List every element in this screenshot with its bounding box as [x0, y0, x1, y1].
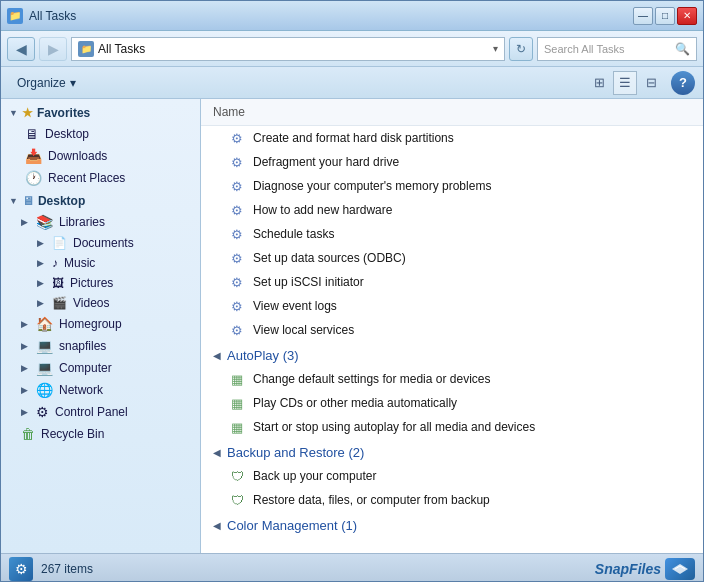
- task-item-odbc[interactable]: ⚙ Set up data sources (ODBC): [201, 246, 703, 270]
- favorites-star-icon: ★: [22, 106, 33, 120]
- iscsi-icon: ⚙: [229, 274, 245, 290]
- search-placeholder: Search All Tasks: [544, 43, 671, 55]
- task-section-backup: ◀ Backup and Restore (2) 🛡 Back up your …: [201, 439, 703, 512]
- sidebar-item-videos[interactable]: ▶ 🎬 Videos: [1, 293, 200, 313]
- task-label-local-services: View local services: [253, 323, 354, 337]
- task-item-schedule[interactable]: ⚙ Schedule tasks: [201, 222, 703, 246]
- sidebar-section-desktop: ▼ 🖥 Desktop ▶ 📚 Libraries ▶ 📄 Documents …: [1, 191, 200, 445]
- window-icon: 📁: [7, 8, 23, 24]
- network-label: Network: [59, 383, 103, 397]
- sidebar-item-control-panel[interactable]: ▶ ⚙ Control Panel: [1, 401, 200, 423]
- status-icon-glyph: ⚙: [15, 561, 28, 577]
- sidebar-item-documents[interactable]: ▶ 📄 Documents: [1, 233, 200, 253]
- address-text: All Tasks: [98, 42, 489, 56]
- task-label-defragment: Defragment your hard drive: [253, 155, 399, 169]
- task-item-play-cds[interactable]: ▦ Play CDs or other media automatically: [201, 391, 703, 415]
- control-panel-expand-icon: ▶: [21, 407, 28, 417]
- color-management-chevron-icon: ◀: [213, 520, 221, 531]
- task-label-schedule: Schedule tasks: [253, 227, 334, 241]
- recycle-bin-icon: 🗑: [21, 426, 35, 442]
- snapfiles-icon: 💻: [36, 338, 53, 354]
- task-item-defragment[interactable]: ⚙ Defragment your hard drive: [201, 150, 703, 174]
- address-folder-icon: 📁: [78, 41, 94, 57]
- sidebar-item-downloads[interactable]: 📥 Downloads: [1, 145, 200, 167]
- odbc-icon: ⚙: [229, 250, 245, 266]
- sidebar-item-desktop[interactable]: 🖥 Desktop: [1, 123, 200, 145]
- music-expand-icon: ▶: [37, 258, 44, 268]
- network-expand-icon: ▶: [21, 385, 28, 395]
- title-bar-title: All Tasks: [29, 9, 76, 23]
- documents-icon: 📄: [52, 236, 67, 250]
- task-item-restore-data[interactable]: 🛡 Restore data, files, or computer from …: [201, 488, 703, 512]
- maximize-button[interactable]: □: [655, 7, 675, 25]
- libraries-label: Libraries: [59, 215, 105, 229]
- task-item-default-settings[interactable]: ▦ Change default settings for media or d…: [201, 367, 703, 391]
- default-settings-icon: ▦: [229, 371, 245, 387]
- backup-section-header[interactable]: ◀ Backup and Restore (2): [201, 439, 703, 464]
- task-label-play-cds: Play CDs or other media automatically: [253, 396, 457, 410]
- view-toggle-button[interactable]: ⊟: [639, 71, 663, 95]
- status-bar: ⚙ 267 items SnapFiles: [1, 553, 703, 582]
- documents-expand-icon: ▶: [37, 238, 44, 248]
- task-item-create-format[interactable]: ⚙ Create and format hard disk partitions: [201, 126, 703, 150]
- view-details-button[interactable]: ☰: [613, 71, 637, 95]
- sidebar-item-snapfiles[interactable]: ▶ 💻 snapfiles: [1, 335, 200, 357]
- backup-chevron-icon: ◀: [213, 447, 221, 458]
- close-button[interactable]: ✕: [677, 7, 697, 25]
- event-logs-icon: ⚙: [229, 298, 245, 314]
- back-button[interactable]: ◀: [7, 37, 35, 61]
- sidebar-item-recent-places[interactable]: 🕐 Recent Places: [1, 167, 200, 189]
- task-label-iscsi: Set up iSCSI initiator: [253, 275, 364, 289]
- stop-autoplay-icon: ▦: [229, 419, 245, 435]
- view-list-button[interactable]: ⊞: [587, 71, 611, 95]
- task-section-autoplay: ◀ AutoPlay (3) ▦ Change default settings…: [201, 342, 703, 439]
- refresh-button[interactable]: ↻: [509, 37, 533, 61]
- sidebar-desktop-header[interactable]: ▼ 🖥 Desktop: [1, 191, 200, 211]
- address-combo[interactable]: 📁 All Tasks ▾: [71, 37, 505, 61]
- sidebar-favorites-header[interactable]: ▼ ★ Favorites: [1, 103, 200, 123]
- toolbar: Organize ▾ ⊞ ☰ ⊟ ?: [1, 67, 703, 99]
- sidebar-item-music[interactable]: ▶ ♪ Music: [1, 253, 200, 273]
- help-button[interactable]: ?: [671, 71, 695, 95]
- address-dropdown-icon[interactable]: ▾: [493, 43, 498, 54]
- organize-button[interactable]: Organize ▾: [9, 73, 84, 93]
- favorites-label: Favorites: [37, 106, 90, 120]
- task-item-diagnose-memory[interactable]: ⚙ Diagnose your computer's memory proble…: [201, 174, 703, 198]
- color-management-section-header[interactable]: ◀ Color Management (1): [201, 512, 703, 537]
- local-services-icon: ⚙: [229, 322, 245, 338]
- forward-button[interactable]: ▶: [39, 37, 67, 61]
- task-item-iscsi[interactable]: ⚙ Set up iSCSI initiator: [201, 270, 703, 294]
- desktop-section-icon: 🖥: [22, 194, 34, 208]
- autoplay-section-label: AutoPlay (3): [227, 348, 299, 363]
- sidebar-item-homegroup[interactable]: ▶ 🏠 Homegroup: [1, 313, 200, 335]
- task-section-admin: ⚙ Create and format hard disk partitions…: [201, 126, 703, 342]
- search-box[interactable]: Search All Tasks 🔍: [537, 37, 697, 61]
- task-item-event-logs[interactable]: ⚙ View event logs: [201, 294, 703, 318]
- content-area: Name ⚙ Create and format hard disk parti…: [201, 99, 703, 553]
- autoplay-chevron-icon: ◀: [213, 350, 221, 361]
- autoplay-section-header[interactable]: ◀ AutoPlay (3): [201, 342, 703, 367]
- schedule-icon: ⚙: [229, 226, 245, 242]
- task-item-local-services[interactable]: ⚙ View local services: [201, 318, 703, 342]
- address-bar: ◀ ▶ 📁 All Tasks ▾ ↻ Search All Tasks 🔍: [1, 31, 703, 67]
- task-section-color-management: ◀ Color Management (1): [201, 512, 703, 537]
- task-item-backup-computer[interactable]: 🛡 Back up your computer: [201, 464, 703, 488]
- minimize-button[interactable]: —: [633, 7, 653, 25]
- sidebar: ▼ ★ Favorites 🖥 Desktop 📥 Downloads 🕐 Re…: [1, 99, 201, 553]
- sidebar-item-computer[interactable]: ▶ 💻 Computer: [1, 357, 200, 379]
- favorites-chevron-icon: ▼: [9, 108, 18, 118]
- libraries-icon: 📚: [36, 214, 53, 230]
- desktop-section-chevron-icon: ▼: [9, 196, 18, 206]
- sidebar-item-pictures[interactable]: ▶ 🖼 Pictures: [1, 273, 200, 293]
- sidebar-item-recycle-bin[interactable]: 🗑 Recycle Bin: [1, 423, 200, 445]
- snapfiles-expand-icon: ▶: [21, 341, 28, 351]
- task-item-add-hardware[interactable]: ⚙ How to add new hardware: [201, 198, 703, 222]
- sidebar-item-network[interactable]: ▶ 🌐 Network: [1, 379, 200, 401]
- name-column-header: Name: [213, 105, 245, 119]
- network-icon: 🌐: [36, 382, 53, 398]
- content-column-header: Name: [201, 99, 703, 126]
- snapfiles-logo: SnapFiles: [595, 558, 695, 580]
- sidebar-item-libraries[interactable]: ▶ 📚 Libraries: [1, 211, 200, 233]
- videos-label: Videos: [73, 296, 109, 310]
- task-item-stop-autoplay[interactable]: ▦ Start or stop using autoplay for all m…: [201, 415, 703, 439]
